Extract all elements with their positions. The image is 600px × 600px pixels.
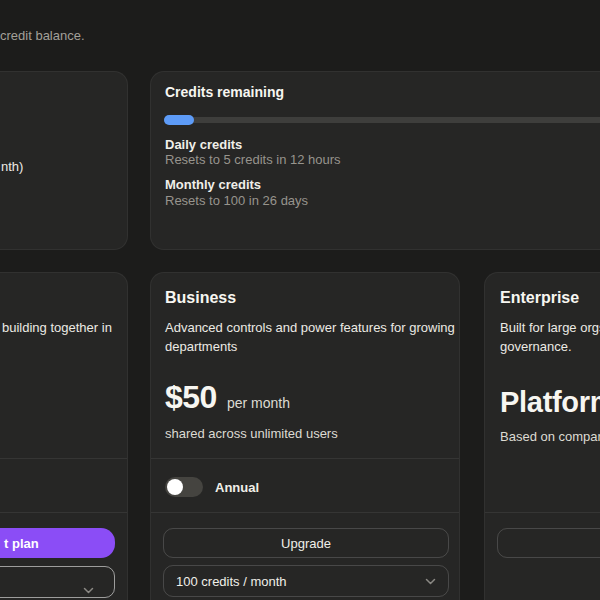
credit-balance-note: credit balance. [0,28,85,43]
divider [0,512,127,513]
annual-toggle-label: Annual [215,480,259,495]
monthly-credits-detail: Resets to 100 in 26 days [165,193,308,208]
divider [0,458,127,459]
enterprise-description: Built for large orgs ne governance. [500,318,600,356]
business-credits-select-value: 100 credits / month [176,574,287,589]
business-price: $50 [165,379,217,416]
divider [485,512,600,513]
divider [151,458,459,459]
business-price-note: shared across unlimited users [165,426,338,441]
plan-summary-card: nth) [0,71,128,250]
current-plan-button[interactable]: t plan [0,528,115,558]
current-plan-button-label: t plan [4,536,39,551]
divider [151,512,459,513]
enterprise-contact-button[interactable] [497,528,600,558]
business-title: Business [165,289,236,307]
credits-remaining-title: Credits remaining [165,84,284,100]
business-price-row: $50 per month [165,379,290,416]
enterprise-plan-card: Enterprise Built for large orgs ne gover… [484,272,600,600]
enterprise-price: Platform f [500,386,600,419]
business-description-line: departments [165,337,455,356]
enterprise-description-line: Built for large orgs ne [500,318,600,337]
chevron-down-icon [425,578,436,585]
business-description-line: Advanced controls and power features for… [165,318,455,337]
billing-page: credit balance. nth) Credits remaining D… [0,0,600,600]
business-description: Advanced controls and power features for… [165,318,455,356]
credits-progress-fill [164,115,194,125]
business-credits-select[interactable]: 100 credits / month [163,565,449,597]
monthly-credits-label: Monthly credits [165,177,261,192]
business-plan-card: Business Advanced controls and power fea… [150,272,460,600]
current-plan-card: building together in t plan [0,272,128,600]
daily-credits-label: Daily credits [165,137,242,152]
current-plan-credits-select[interactable] [0,566,115,598]
enterprise-title: Enterprise [500,289,579,307]
daily-credits-detail: Resets to 5 credits in 12 hours [165,152,341,167]
credits-remaining-card: Credits remaining Daily credits Resets t… [150,71,600,250]
business-price-period: per month [227,395,290,411]
annual-toggle-row: Annual [165,477,259,497]
credits-progress-track [164,117,600,123]
enterprise-price-note: Based on company s [500,429,600,444]
enterprise-description-line: governance. [500,337,600,356]
annual-toggle[interactable] [165,477,203,497]
current-plan-description-fragment: building together in [2,320,112,335]
chevron-down-icon [83,580,94,598]
upgrade-button[interactable]: Upgrade [163,528,449,558]
plan-summary-text-fragment: nth) [1,159,23,174]
toggle-knob [167,479,183,495]
